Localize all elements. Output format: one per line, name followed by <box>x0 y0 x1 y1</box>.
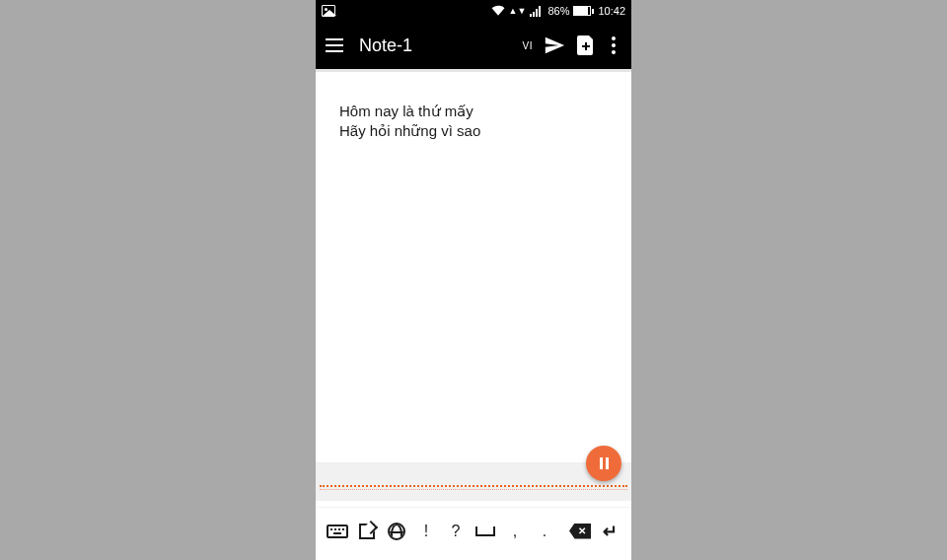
wifi-icon <box>491 4 505 18</box>
backspace-icon: ✕ <box>569 524 591 539</box>
note-text: Hôm nay là thứ mấy Hãy hỏi những vì sao <box>339 102 608 142</box>
waveform-line-secondary <box>320 489 627 491</box>
note-editor[interactable]: Hôm nay là thứ mấy Hãy hỏi những vì sao <box>316 72 631 462</box>
battery-icon <box>573 6 594 16</box>
app-bar: Note-1 VI <box>316 22 631 69</box>
backspace-key[interactable]: ✕ <box>568 517 592 546</box>
pause-icon <box>600 457 609 469</box>
overflow-menu-icon[interactable] <box>604 36 623 54</box>
clock: 10:42 <box>598 5 625 17</box>
enter-key[interactable]: ↵ <box>598 517 621 546</box>
hamburger-menu-icon[interactable] <box>324 34 347 57</box>
new-note-icon[interactable] <box>572 32 600 59</box>
language-badge[interactable]: VI <box>519 38 537 53</box>
pause-recording-button[interactable] <box>586 446 621 481</box>
period-key[interactable]: . <box>533 517 556 546</box>
image-notification-icon <box>322 5 335 17</box>
send-icon[interactable] <box>541 32 568 59</box>
input-toolbar: ! ? , . ✕ ↵ <box>318 507 629 554</box>
phone-frame: ▲▼ 86% 10:42 Note-1 VI Hôm nay là thứ mấ… <box>316 0 631 560</box>
globe-icon <box>388 523 405 540</box>
space-icon <box>475 526 495 536</box>
status-bar: ▲▼ 86% 10:42 <box>316 0 631 22</box>
popout-icon <box>359 524 375 539</box>
recording-waveform-area <box>316 462 631 501</box>
page-title: Note-1 <box>359 35 515 56</box>
question-key[interactable]: ? <box>444 517 468 546</box>
data-arrows-icon: ▲▼ <box>509 6 527 16</box>
keyboard-button[interactable] <box>326 517 349 546</box>
waveform-line <box>320 485 627 487</box>
space-key[interactable] <box>474 517 497 546</box>
battery-percent: 86% <box>547 5 569 17</box>
keyboard-icon <box>327 525 348 538</box>
comma-key[interactable]: , <box>503 517 527 546</box>
signal-icon <box>530 5 544 17</box>
exclaim-key[interactable]: ! <box>414 517 438 546</box>
language-globe-button[interactable] <box>385 517 408 546</box>
popout-button[interactable] <box>355 517 379 546</box>
